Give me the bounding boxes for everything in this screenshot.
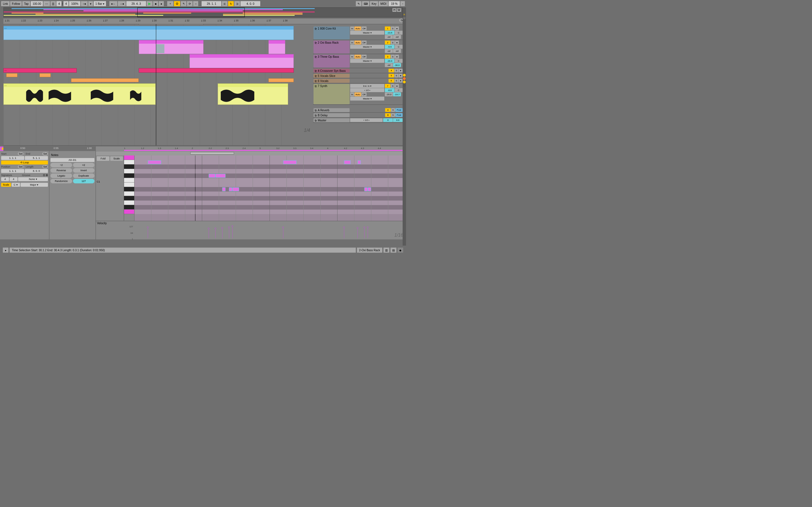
track-name[interactable]: 2 Oxi Bass Rack bbox=[318, 41, 339, 44]
clip-synth-1[interactable]: … bbox=[3, 83, 156, 105]
track-header[interactable]: ⊵3 Three Op Bass InAutoOffMaster ▾ 3S● -… bbox=[313, 54, 406, 68]
loop-toggle[interactable]: ⟲ Loop bbox=[1, 161, 48, 165]
scale-toggle[interactable]: Scale bbox=[1, 183, 11, 187]
track-name[interactable]: 7 Synth bbox=[318, 84, 327, 88]
track-name[interactable]: 6 Vocals bbox=[318, 79, 328, 82]
punch-in-button[interactable]: ⊏ bbox=[222, 1, 227, 6]
solo-button[interactable]: S bbox=[395, 79, 398, 82]
scale-mode-select[interactable]: Major ▾ bbox=[20, 183, 48, 187]
tap-button[interactable]: Tap bbox=[22, 1, 30, 6]
start-set-button[interactable]: Set bbox=[18, 152, 23, 156]
invert-button[interactable]: Invert bbox=[73, 168, 95, 173]
track-name[interactable]: 4 Crossover Syn Bass bbox=[318, 69, 346, 72]
io-section-toggle[interactable] bbox=[403, 74, 406, 76]
midi-note[interactable] bbox=[364, 187, 368, 191]
io-icon[interactable]: ⦿ bbox=[403, 17, 406, 20]
clip-region-bar[interactable] bbox=[124, 150, 406, 151]
track-name[interactable]: 3 Three Op Bass bbox=[318, 55, 339, 58]
midi-note[interactable] bbox=[148, 160, 161, 164]
midi-map-button[interactable]: MIDI bbox=[378, 1, 388, 6]
velocity-handle[interactable] bbox=[363, 226, 365, 228]
track-activator[interactable]: 4 bbox=[389, 69, 394, 72]
end-set-button[interactable]: Set bbox=[42, 152, 48, 156]
device-title[interactable]: 2-Oxi Bass Rack bbox=[357, 247, 382, 252]
track-activator[interactable]: 2 bbox=[385, 41, 391, 45]
arrangement-overview[interactable]: H W bbox=[3, 7, 403, 17]
overview-w-button[interactable]: W bbox=[397, 8, 401, 12]
menu-icon[interactable]: ≡ bbox=[403, 13, 405, 16]
track-unfold-icon[interactable]: ⊵ bbox=[315, 74, 317, 77]
clip-crossover-2[interactable] bbox=[139, 68, 294, 73]
midi-note[interactable] bbox=[368, 187, 371, 191]
track-unfold-icon[interactable]: ⊵ bbox=[315, 27, 317, 30]
track-header[interactable]: ⊵7 Synth Ext. In ▾￬ 1/2 ▾InAutoOffMaster… bbox=[313, 83, 406, 105]
metronome-amount[interactable]: 100% bbox=[69, 1, 80, 6]
track-unfold-icon[interactable]: ⊵ bbox=[315, 69, 317, 72]
groove-select[interactable]: None ▾ bbox=[18, 177, 48, 181]
clip-vocals-2[interactable] bbox=[268, 78, 294, 82]
overload-indicator[interactable]: ▫ bbox=[400, 1, 405, 6]
midi-note[interactable] bbox=[344, 160, 351, 164]
playhead[interactable] bbox=[156, 24, 156, 145]
nudge-up-button[interactable]: ||| bbox=[50, 1, 56, 6]
solo-button[interactable]: S bbox=[391, 84, 395, 88]
track-name[interactable]: 1 808 Core Kit bbox=[318, 27, 336, 30]
record-button[interactable]: ● bbox=[159, 1, 164, 6]
computer-midi-button[interactable]: ⌨ bbox=[362, 1, 369, 6]
draw-mode-button[interactable]: ✎ bbox=[356, 1, 361, 6]
delay-section-toggle[interactable] bbox=[403, 84, 406, 87]
next-marker-button[interactable]: →● bbox=[118, 1, 126, 6]
follow-button[interactable]: Follow bbox=[10, 1, 22, 6]
velocity-handle[interactable] bbox=[208, 228, 209, 229]
randomize-value[interactable]: 127 bbox=[73, 179, 95, 183]
solo-button[interactable]: S bbox=[395, 74, 398, 77]
midi-note[interactable] bbox=[222, 187, 225, 191]
midi-note[interactable] bbox=[357, 160, 361, 164]
velocity-lane[interactable]: Velocity 127 64 1 1/16 bbox=[96, 221, 406, 239]
arm-button[interactable]: ● bbox=[395, 55, 399, 59]
play-button[interactable]: ▶ bbox=[147, 1, 153, 6]
position-set-button[interactable]: Set bbox=[18, 165, 23, 168]
tempo-field[interactable]: 100.00 bbox=[31, 1, 43, 6]
track-header[interactable]: ⊵5 Vocals Slice 5S● bbox=[313, 73, 406, 78]
sig-den-field[interactable]: 4 bbox=[10, 177, 17, 181]
midi-note[interactable] bbox=[229, 187, 232, 191]
velocity-handle[interactable] bbox=[367, 226, 368, 228]
track-activator[interactable]: 7 bbox=[385, 84, 391, 88]
punch-out-button[interactable]: ⊐ bbox=[234, 1, 240, 6]
back-to-arrangement-button[interactable]: ▸ bbox=[3, 247, 8, 252]
track-activator[interactable]: 6 bbox=[389, 79, 394, 82]
midi-note[interactable] bbox=[283, 160, 297, 164]
session-record-button[interactable]: ○ bbox=[193, 1, 198, 6]
device-show-button[interactable]: ▥ bbox=[384, 247, 389, 252]
groove-hot-swap-icon[interactable]: ⊕ bbox=[46, 173, 48, 177]
capture-button[interactable]: ⟳ bbox=[187, 1, 193, 6]
loop-length-field[interactable]: 4. 0. 0 bbox=[241, 1, 260, 6]
track-header[interactable]: ⊵1 808 Core Kit InAutoOffMaster ▾ 1S● -1… bbox=[313, 26, 406, 40]
track-unfold-icon[interactable]: ⊵ bbox=[315, 79, 317, 82]
clip-synth-2[interactable] bbox=[218, 83, 288, 105]
overdub-button[interactable]: ＋ bbox=[167, 1, 173, 6]
metronome-button[interactable]: ○● bbox=[81, 1, 88, 6]
duplicate-button[interactable]: Duplicate bbox=[73, 173, 95, 178]
clip-808-core[interactable]: … bbox=[3, 26, 294, 40]
scale-view-button[interactable]: Scale bbox=[110, 156, 123, 161]
arrangement-position[interactable]: 29. 4. 3 bbox=[126, 1, 146, 6]
track-unfold-icon[interactable]: ⊵ bbox=[315, 55, 317, 58]
reenable-automation-button[interactable]: ↰ bbox=[181, 1, 186, 6]
arm-button[interactable]: ● bbox=[395, 26, 399, 31]
arm-button[interactable]: ● bbox=[395, 84, 399, 88]
nudge-down-button[interactable]: ◦◦◦ bbox=[43, 1, 50, 6]
track-activator[interactable]: 3 bbox=[385, 55, 391, 59]
loop-brace[interactable] bbox=[139, 24, 204, 25]
velocity-handle[interactable] bbox=[357, 227, 358, 229]
reverse-button[interactable]: Reverse bbox=[50, 168, 72, 173]
half-tempo-button[interactable]: ÷2 bbox=[50, 163, 72, 167]
length-set-button[interactable]: Set bbox=[42, 165, 48, 168]
clip-three-op[interactable] bbox=[190, 54, 294, 68]
arm-button[interactable]: ● bbox=[399, 79, 403, 82]
track-activator[interactable]: 1 bbox=[385, 26, 391, 31]
midi-note[interactable] bbox=[215, 174, 225, 178]
fold-button[interactable]: Fold bbox=[97, 156, 109, 161]
loop-button[interactable]: ↻ bbox=[228, 1, 234, 6]
